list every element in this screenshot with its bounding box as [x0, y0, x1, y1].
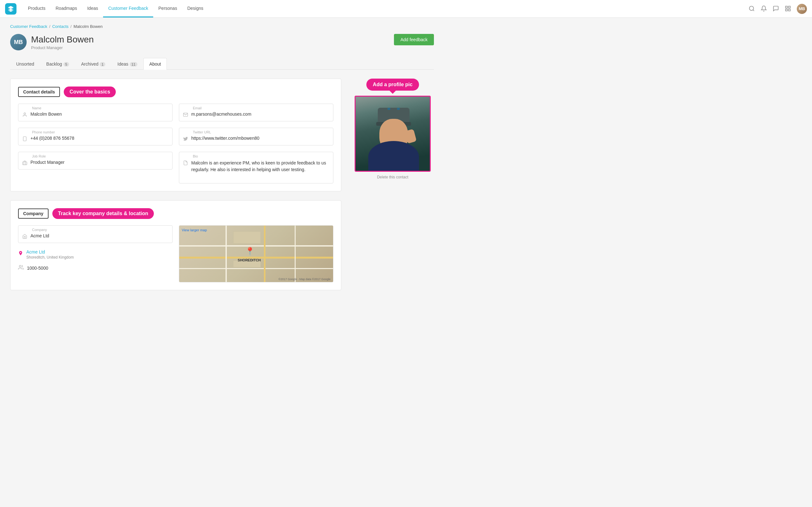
map-placeholder: SHOREDITCH 📍 View larger map ©2017 Googl…: [179, 226, 333, 282]
map-road-v2: [264, 226, 265, 282]
job-role-field: Job Role Product Manager: [18, 152, 172, 183]
tab-backlog[interactable]: Backlog5: [40, 58, 75, 70]
main-left: Contact details Cover the basics Name: [10, 78, 341, 299]
body: [368, 141, 419, 172]
delete-contact-link[interactable]: Delete this contact: [351, 175, 434, 179]
svg-point-6: [24, 113, 26, 114]
app-logo[interactable]: [5, 3, 16, 14]
breadcrumb-sep-1: /: [49, 24, 50, 29]
contact-details-title: Contact details: [18, 87, 60, 97]
person-icon: [22, 112, 27, 118]
view-larger-map-link[interactable]: View larger map: [182, 228, 207, 232]
phone-wrapper[interactable]: +44 (0)208 876 55678: [18, 128, 172, 146]
contact-details-section: Contact details Cover the basics Name: [10, 78, 341, 191]
add-feedback-button[interactable]: Add feedback: [394, 34, 434, 45]
company-fields: Company Acme Ltd: [18, 225, 172, 282]
employees-icon: [18, 265, 24, 272]
shoreditch-label: SHOREDITCH: [238, 258, 261, 262]
nav-designs[interactable]: Designs: [182, 0, 208, 17]
profile-pic-frame[interactable]: [355, 96, 431, 172]
breadcrumb: Customer Feedback / Contacts / Malcolm B…: [10, 24, 434, 29]
svg-rect-4: [786, 9, 788, 11]
job-icon: [22, 160, 27, 167]
svg-point-0: [750, 6, 754, 10]
company-address: Shoreditch, United Kingdom: [26, 255, 73, 260]
employees-row: 1000-5000: [18, 265, 172, 272]
breadcrumb-contacts[interactable]: Contacts: [52, 24, 68, 29]
email-icon: [183, 112, 188, 118]
company-icon: [22, 234, 27, 240]
bio-wrapper[interactable]: Malcolm is an experience PM, who is keen…: [179, 152, 334, 183]
bio-icon: [183, 160, 188, 167]
map-block-1: [233, 231, 261, 244]
job-role-wrapper[interactable]: Product Manager: [18, 152, 172, 170]
profile-left: MB Malcolm Bowen Product Manager: [10, 34, 94, 50]
company-name-field: Company Acme Ltd: [18, 225, 172, 243]
contact-details-header: Contact details Cover the basics: [18, 87, 334, 97]
main-right: Add a profile pic: [351, 78, 434, 299]
company-name-value: Acme Ltd: [31, 233, 49, 238]
nav-personas[interactable]: Personas: [153, 0, 182, 17]
page-content: Customer Feedback / Contacts / Malcolm B…: [0, 18, 444, 305]
nav-customer-feedback[interactable]: Customer Feedback: [103, 0, 153, 17]
company-address-block: Acme Ltd Shoreditch, United Kingdom: [26, 249, 73, 260]
email-value: m.parsons@acmehouses.com: [191, 112, 251, 117]
breadcrumb-sep-2: /: [70, 24, 72, 29]
phone-icon: [22, 136, 27, 143]
breadcrumb-current: Malcolm Bowen: [73, 24, 103, 29]
company-layout: Company Acme Ltd: [18, 225, 334, 282]
nav-roadmaps[interactable]: Roadmaps: [50, 0, 82, 17]
svg-rect-9: [22, 162, 27, 165]
phone-value: +44 (0)208 876 55678: [31, 135, 74, 141]
add-profile-pic-hint: Add a profile pic: [366, 78, 419, 91]
profile-info: Malcolm Bowen Product Manager: [31, 35, 94, 50]
tab-archived-badge: 1: [100, 62, 105, 66]
twitter-icon: [183, 136, 188, 143]
notifications-icon[interactable]: [761, 5, 768, 12]
svg-line-1: [753, 9, 754, 11]
employees-value: 1000-5000: [27, 266, 48, 271]
tab-ideas[interactable]: Ideas11: [111, 58, 143, 70]
eye-left: [387, 108, 391, 110]
map-credit: ©2017 Google · Map data ©2017 Google: [278, 278, 331, 281]
settings-icon[interactable]: [785, 5, 792, 12]
hint-arrow: [390, 91, 396, 94]
search-icon[interactable]: [749, 5, 756, 12]
svg-rect-3: [789, 6, 791, 8]
user-avatar[interactable]: MB: [797, 4, 807, 14]
profile-name: Malcolm Bowen: [31, 35, 94, 45]
map-road-v3: [295, 226, 296, 282]
tab-about[interactable]: About: [143, 58, 167, 70]
nav-products[interactable]: Products: [23, 0, 50, 17]
svg-rect-5: [789, 9, 791, 11]
nav-bar: Products Roadmaps Ideas Customer Feedbac…: [0, 0, 812, 18]
email-field: Email m.parsons@acmehouses.com: [179, 104, 334, 121]
company-link[interactable]: Acme Ltd: [26, 249, 45, 255]
eye-right: [397, 108, 400, 110]
twitter-wrapper[interactable]: https://www.twitter.com/mbowen80: [179, 128, 334, 146]
map-road-v1: [225, 226, 227, 282]
contact-form-grid: Name Malcolm Bowen Email: [18, 104, 334, 183]
svg-point-10: [19, 265, 21, 267]
portrait: [356, 97, 431, 172]
nav-links: Products Roadmaps Ideas Customer Feedbac…: [23, 0, 749, 17]
cover-the-basics-hint: Cover the basics: [64, 87, 116, 97]
chat-icon[interactable]: [773, 5, 780, 12]
name-value: Malcolm Bowen: [31, 112, 62, 117]
name-wrapper[interactable]: Malcolm Bowen: [18, 104, 172, 121]
company-name-wrapper[interactable]: Acme Ltd: [18, 225, 172, 243]
breadcrumb-customer-feedback[interactable]: Customer Feedback: [10, 24, 47, 29]
eyes: [387, 108, 400, 110]
map-road-h3: [179, 268, 333, 269]
company-header: Company Track key company details & loca…: [18, 208, 334, 219]
nav-ideas[interactable]: Ideas: [82, 0, 103, 17]
tabs: Unsorted Backlog5 Archived1 Ideas11 Abou…: [10, 58, 434, 70]
map-container: SHOREDITCH 📍 View larger map ©2017 Googl…: [179, 225, 334, 282]
tab-unsorted[interactable]: Unsorted: [10, 58, 40, 70]
phone-field: Phone number +44 (0)208 876 55678: [18, 128, 172, 146]
email-wrapper[interactable]: m.parsons@acmehouses.com: [179, 104, 334, 121]
tab-archived[interactable]: Archived1: [75, 58, 112, 70]
company-title: Company: [18, 209, 49, 219]
svg-rect-2: [786, 6, 788, 8]
company-location-row: Acme Ltd Shoreditch, United Kingdom: [18, 249, 172, 260]
